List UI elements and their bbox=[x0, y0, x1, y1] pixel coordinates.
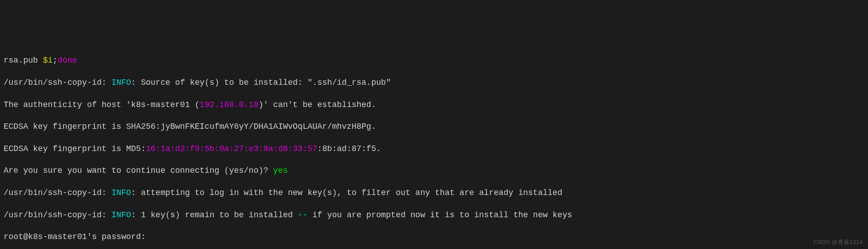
line: /usr/bin/ssh-copy-id: INFO: Source of ke… bbox=[4, 77, 864, 88]
watermark: CSDN @青春1314 bbox=[813, 238, 863, 246]
line: The authenticity of host 'k8s-master01 (… bbox=[4, 99, 864, 110]
line: root@k8s-master01's password: bbox=[4, 231, 864, 242]
line: ECDSA key fingerprint is SHA256:jyBwnFKE… bbox=[4, 121, 864, 132]
line: /usr/bin/ssh-copy-id: INFO: attempting t… bbox=[4, 187, 864, 198]
line: Are you sure you want to continue connec… bbox=[4, 165, 864, 176]
line-partial-top: rsa.pub $i;done bbox=[4, 55, 864, 66]
line: /usr/bin/ssh-copy-id: INFO: 1 key(s) rem… bbox=[4, 210, 864, 220]
line: ECDSA key fingerprint is MD5:16:1a:d2:f9… bbox=[4, 143, 864, 154]
terminal-output[interactable]: rsa.pub $i;done /usr/bin/ssh-copy-id: IN… bbox=[4, 44, 864, 249]
